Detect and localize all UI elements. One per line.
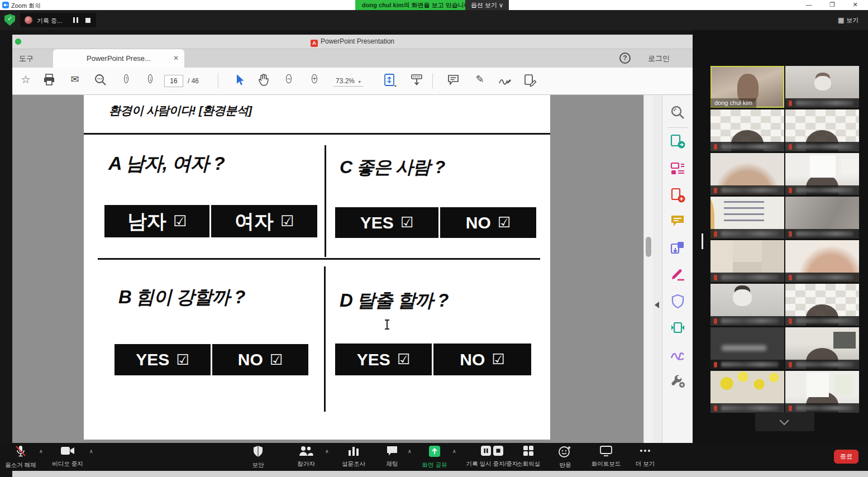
checked-checkbox-icon: ☑: [280, 212, 294, 230]
polls-button[interactable]: 설문조사: [338, 445, 369, 468]
participant-name-blurred: [710, 360, 784, 369]
unmute-options-chevron[interactable]: ∧: [39, 449, 43, 454]
gallery-view-button[interactable]: ▦보기: [838, 14, 859, 26]
stop-recording-icon[interactable]: [85, 18, 90, 23]
participant-tile[interactable]: [785, 371, 859, 413]
more-button[interactable]: 더 보기: [631, 445, 659, 468]
login-link[interactable]: 로그인: [648, 54, 670, 64]
tab-document[interactable]: PowerPoint Prese... ✕: [53, 49, 184, 68]
sidebar-organize-pages-icon[interactable]: [670, 161, 685, 176]
collapse-panel-arrow-icon[interactable]: [655, 302, 659, 308]
hand-tool-icon[interactable]: [256, 73, 271, 89]
chat-button[interactable]: 채팅: [380, 445, 404, 468]
pause-recording-icon[interactable]: [73, 17, 79, 23]
unmute-button[interactable]: 음소거 해제: [4, 445, 37, 469]
video-options-chevron[interactable]: ∧: [89, 449, 93, 454]
stop-video-button[interactable]: 비디오 중지: [49, 445, 86, 468]
participant-tile[interactable]: [785, 327, 859, 369]
quadrant-divider-horizontal: [98, 258, 540, 260]
favorites-star-icon[interactable]: ☆: [18, 73, 34, 89]
view-options-button[interactable]: 옵션 보기 ∨: [465, 0, 509, 10]
vertical-scrollbar[interactable]: [643, 95, 653, 443]
print-icon[interactable]: [41, 73, 57, 89]
breakout-rooms-button[interactable]: 소회의실: [513, 445, 544, 468]
participant-tile[interactable]: [785, 284, 859, 326]
chat-options-chevron[interactable]: ∧: [408, 449, 412, 454]
desktop-strip: [12, 471, 868, 477]
help-icon[interactable]: ?: [619, 53, 631, 64]
encryption-shield-icon[interactable]: [4, 14, 15, 26]
sidebar-combine-files-icon[interactable]: [670, 241, 685, 256]
tab-close-icon[interactable]: ✕: [173, 49, 179, 68]
highlight-pen-icon[interactable]: ✎: [472, 73, 488, 89]
share-screen-button[interactable]: 화면 공유: [420, 445, 449, 469]
gallery-next-page-button[interactable]: [755, 412, 814, 431]
search-icon[interactable]: [93, 73, 108, 89]
participants-button[interactable]: 참가자: [290, 445, 322, 468]
participant-tile[interactable]: [710, 197, 784, 238]
restore-button[interactable]: ❐: [824, 0, 841, 10]
participants-options-chevron[interactable]: ∧: [325, 449, 329, 454]
pdf-document-area: 환경이 사람이다! [환경분석] A 남자, 여자 ? 남자☑ 여자☑ C 좋은…: [12, 95, 643, 443]
sidebar-protect-icon[interactable]: [670, 294, 685, 309]
fill-sign-icon[interactable]: [497, 73, 513, 89]
sidebar-export-pdf-icon[interactable]: [670, 134, 685, 149]
sidebar-search-icon[interactable]: [670, 105, 685, 120]
email-icon[interactable]: ✉: [67, 73, 83, 89]
text-cursor: [387, 319, 388, 330]
sidebar-create-pdf-icon[interactable]: [670, 188, 685, 203]
zoom-in-icon[interactable]: +: [307, 73, 322, 89]
participant-tile-active-speaker[interactable]: dong chul kim: [710, 66, 784, 108]
security-button[interactable]: 보안: [245, 445, 271, 469]
select-tool-icon[interactable]: [231, 73, 247, 89]
reactions-button[interactable]: 반응: [553, 445, 578, 469]
sidebar-edit-pdf-icon[interactable]: [670, 267, 685, 282]
scrollbar-thumb[interactable]: [646, 237, 651, 257]
sidebar-comment-icon[interactable]: [670, 214, 685, 229]
participant-tile[interactable]: [785, 240, 859, 282]
pdf-window-title: APowerPoint Presentation: [12, 37, 693, 47]
participant-tile-video-off[interactable]: [710, 327, 784, 369]
whiteboard-button[interactable]: 화이트보드: [588, 445, 624, 468]
participants-icon: [298, 445, 314, 456]
page-number-input[interactable]: [164, 75, 183, 87]
participant-tile[interactable]: [785, 66, 859, 108]
participant-tile[interactable]: [785, 197, 859, 238]
fit-page-icon[interactable]: [382, 73, 398, 89]
participant-tile[interactable]: [710, 284, 784, 326]
participant-tile[interactable]: [785, 109, 859, 151]
share-screen-icon: [428, 445, 441, 457]
slide-page: 환경이 사람이다! [환경분석] A 남자, 여자 ? 남자☑ 여자☑ C 좋은…: [84, 95, 550, 440]
presentation-mode-icon[interactable]: [409, 73, 425, 89]
panel-resize-handle[interactable]: [702, 233, 703, 249]
quadrant-a-question: A 남자, 여자 ?: [108, 151, 225, 177]
sidebar-compress-pdf-icon[interactable]: [670, 320, 685, 335]
video-icon: [60, 445, 75, 456]
zoom-level-dropdown[interactable]: 73.2% ▾: [333, 77, 363, 87]
participant-tile[interactable]: [710, 153, 784, 195]
participant-name-blurred: [710, 185, 784, 195]
quadrant-b-question: B 힘이 강할까 ?: [118, 285, 245, 310]
minimize-button[interactable]: —: [800, 0, 817, 10]
sidebar-more-tools-icon[interactable]: [670, 373, 685, 388]
export-share-icon[interactable]: [522, 73, 538, 89]
end-meeting-button[interactable]: 종료: [834, 450, 859, 464]
window-title: Zoom 회의: [11, 2, 41, 10]
close-button[interactable]: ✕: [847, 0, 864, 10]
share-options-chevron[interactable]: ∧: [452, 449, 456, 454]
previous-page-icon[interactable]: ↑: [118, 73, 134, 89]
checked-checkbox-icon: ☑: [270, 351, 283, 369]
participant-tile[interactable]: [785, 153, 859, 195]
quadrant-d-options: YES☑ NO☑: [335, 344, 531, 375]
quadrant-c-question: C 좋은 사람 ?: [340, 155, 445, 180]
participant-tile[interactable]: [710, 109, 784, 151]
participant-tile[interactable]: [710, 371, 784, 413]
participant-tile[interactable]: [710, 240, 784, 282]
comment-icon[interactable]: [446, 73, 461, 89]
tab-tools[interactable]: 도구: [19, 54, 34, 64]
muted-mic-icon: [789, 101, 792, 106]
sidebar-fill-sign-icon[interactable]: [670, 347, 685, 362]
next-page-icon[interactable]: ↓: [142, 73, 158, 89]
zoom-out-icon[interactable]: −: [281, 73, 297, 89]
participant-name-blurred: [710, 229, 784, 238]
